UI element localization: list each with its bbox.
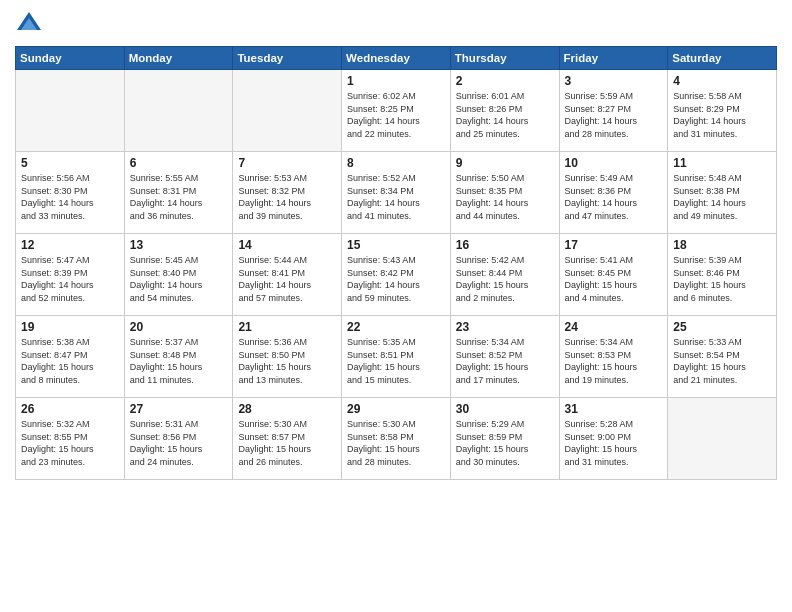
calendar-cell: 29Sunrise: 5:30 AM Sunset: 8:58 PM Dayli… — [342, 398, 451, 480]
calendar-cell: 9Sunrise: 5:50 AM Sunset: 8:35 PM Daylig… — [450, 152, 559, 234]
calendar-cell: 27Sunrise: 5:31 AM Sunset: 8:56 PM Dayli… — [124, 398, 233, 480]
day-number: 17 — [565, 238, 663, 252]
day-number: 25 — [673, 320, 771, 334]
day-number: 29 — [347, 402, 445, 416]
logo-icon — [15, 10, 43, 38]
logo — [15, 10, 47, 38]
day-info: Sunrise: 5:50 AM Sunset: 8:35 PM Dayligh… — [456, 172, 554, 222]
day-info: Sunrise: 5:41 AM Sunset: 8:45 PM Dayligh… — [565, 254, 663, 304]
calendar-header-monday: Monday — [124, 47, 233, 70]
day-number: 26 — [21, 402, 119, 416]
day-number: 23 — [456, 320, 554, 334]
calendar-week-row: 19Sunrise: 5:38 AM Sunset: 8:47 PM Dayli… — [16, 316, 777, 398]
calendar-cell — [16, 70, 125, 152]
day-info: Sunrise: 5:28 AM Sunset: 9:00 PM Dayligh… — [565, 418, 663, 468]
calendar-cell: 8Sunrise: 5:52 AM Sunset: 8:34 PM Daylig… — [342, 152, 451, 234]
calendar-cell: 5Sunrise: 5:56 AM Sunset: 8:30 PM Daylig… — [16, 152, 125, 234]
day-info: Sunrise: 5:35 AM Sunset: 8:51 PM Dayligh… — [347, 336, 445, 386]
day-info: Sunrise: 5:56 AM Sunset: 8:30 PM Dayligh… — [21, 172, 119, 222]
day-info: Sunrise: 5:58 AM Sunset: 8:29 PM Dayligh… — [673, 90, 771, 140]
day-number: 6 — [130, 156, 228, 170]
day-number: 13 — [130, 238, 228, 252]
day-info: Sunrise: 5:59 AM Sunset: 8:27 PM Dayligh… — [565, 90, 663, 140]
day-number: 19 — [21, 320, 119, 334]
calendar-cell: 3Sunrise: 5:59 AM Sunset: 8:27 PM Daylig… — [559, 70, 668, 152]
calendar-cell: 20Sunrise: 5:37 AM Sunset: 8:48 PM Dayli… — [124, 316, 233, 398]
day-number: 16 — [456, 238, 554, 252]
calendar-cell: 18Sunrise: 5:39 AM Sunset: 8:46 PM Dayli… — [668, 234, 777, 316]
calendar-cell: 7Sunrise: 5:53 AM Sunset: 8:32 PM Daylig… — [233, 152, 342, 234]
day-number: 21 — [238, 320, 336, 334]
calendar-cell: 4Sunrise: 5:58 AM Sunset: 8:29 PM Daylig… — [668, 70, 777, 152]
calendar-header-wednesday: Wednesday — [342, 47, 451, 70]
calendar-cell: 26Sunrise: 5:32 AM Sunset: 8:55 PM Dayli… — [16, 398, 125, 480]
calendar-cell: 24Sunrise: 5:34 AM Sunset: 8:53 PM Dayli… — [559, 316, 668, 398]
page: SundayMondayTuesdayWednesdayThursdayFrid… — [0, 0, 792, 612]
day-number: 30 — [456, 402, 554, 416]
day-info: Sunrise: 5:38 AM Sunset: 8:47 PM Dayligh… — [21, 336, 119, 386]
day-number: 28 — [238, 402, 336, 416]
calendar-cell: 15Sunrise: 5:43 AM Sunset: 8:42 PM Dayli… — [342, 234, 451, 316]
day-info: Sunrise: 5:55 AM Sunset: 8:31 PM Dayligh… — [130, 172, 228, 222]
calendar-cell: 30Sunrise: 5:29 AM Sunset: 8:59 PM Dayli… — [450, 398, 559, 480]
calendar-cell: 10Sunrise: 5:49 AM Sunset: 8:36 PM Dayli… — [559, 152, 668, 234]
calendar-week-row: 1Sunrise: 6:02 AM Sunset: 8:25 PM Daylig… — [16, 70, 777, 152]
calendar-cell: 23Sunrise: 5:34 AM Sunset: 8:52 PM Dayli… — [450, 316, 559, 398]
day-info: Sunrise: 5:43 AM Sunset: 8:42 PM Dayligh… — [347, 254, 445, 304]
calendar-cell: 17Sunrise: 5:41 AM Sunset: 8:45 PM Dayli… — [559, 234, 668, 316]
calendar-cell: 22Sunrise: 5:35 AM Sunset: 8:51 PM Dayli… — [342, 316, 451, 398]
day-number: 7 — [238, 156, 336, 170]
calendar-header-row: SundayMondayTuesdayWednesdayThursdayFrid… — [16, 47, 777, 70]
calendar-cell: 31Sunrise: 5:28 AM Sunset: 9:00 PM Dayli… — [559, 398, 668, 480]
day-number: 10 — [565, 156, 663, 170]
day-number: 1 — [347, 74, 445, 88]
calendar-cell: 16Sunrise: 5:42 AM Sunset: 8:44 PM Dayli… — [450, 234, 559, 316]
day-info: Sunrise: 5:48 AM Sunset: 8:38 PM Dayligh… — [673, 172, 771, 222]
day-number: 27 — [130, 402, 228, 416]
calendar-cell: 12Sunrise: 5:47 AM Sunset: 8:39 PM Dayli… — [16, 234, 125, 316]
calendar-cell: 25Sunrise: 5:33 AM Sunset: 8:54 PM Dayli… — [668, 316, 777, 398]
day-info: Sunrise: 5:36 AM Sunset: 8:50 PM Dayligh… — [238, 336, 336, 386]
day-info: Sunrise: 5:37 AM Sunset: 8:48 PM Dayligh… — [130, 336, 228, 386]
day-number: 22 — [347, 320, 445, 334]
day-info: Sunrise: 5:53 AM Sunset: 8:32 PM Dayligh… — [238, 172, 336, 222]
calendar-week-row: 26Sunrise: 5:32 AM Sunset: 8:55 PM Dayli… — [16, 398, 777, 480]
calendar-header-friday: Friday — [559, 47, 668, 70]
day-info: Sunrise: 5:30 AM Sunset: 8:57 PM Dayligh… — [238, 418, 336, 468]
calendar-cell: 1Sunrise: 6:02 AM Sunset: 8:25 PM Daylig… — [342, 70, 451, 152]
day-info: Sunrise: 5:47 AM Sunset: 8:39 PM Dayligh… — [21, 254, 119, 304]
day-info: Sunrise: 5:30 AM Sunset: 8:58 PM Dayligh… — [347, 418, 445, 468]
day-info: Sunrise: 5:52 AM Sunset: 8:34 PM Dayligh… — [347, 172, 445, 222]
calendar-cell: 2Sunrise: 6:01 AM Sunset: 8:26 PM Daylig… — [450, 70, 559, 152]
calendar-cell: 11Sunrise: 5:48 AM Sunset: 8:38 PM Dayli… — [668, 152, 777, 234]
day-number: 18 — [673, 238, 771, 252]
calendar-header-tuesday: Tuesday — [233, 47, 342, 70]
day-number: 24 — [565, 320, 663, 334]
day-info: Sunrise: 5:44 AM Sunset: 8:41 PM Dayligh… — [238, 254, 336, 304]
calendar-cell: 28Sunrise: 5:30 AM Sunset: 8:57 PM Dayli… — [233, 398, 342, 480]
calendar-week-row: 5Sunrise: 5:56 AM Sunset: 8:30 PM Daylig… — [16, 152, 777, 234]
calendar-cell: 19Sunrise: 5:38 AM Sunset: 8:47 PM Dayli… — [16, 316, 125, 398]
calendar-cell: 13Sunrise: 5:45 AM Sunset: 8:40 PM Dayli… — [124, 234, 233, 316]
day-number: 3 — [565, 74, 663, 88]
day-number: 12 — [21, 238, 119, 252]
day-number: 31 — [565, 402, 663, 416]
day-info: Sunrise: 6:01 AM Sunset: 8:26 PM Dayligh… — [456, 90, 554, 140]
day-number: 8 — [347, 156, 445, 170]
day-info: Sunrise: 5:42 AM Sunset: 8:44 PM Dayligh… — [456, 254, 554, 304]
day-info: Sunrise: 5:45 AM Sunset: 8:40 PM Dayligh… — [130, 254, 228, 304]
calendar-cell — [124, 70, 233, 152]
day-info: Sunrise: 5:49 AM Sunset: 8:36 PM Dayligh… — [565, 172, 663, 222]
day-number: 15 — [347, 238, 445, 252]
day-info: Sunrise: 5:33 AM Sunset: 8:54 PM Dayligh… — [673, 336, 771, 386]
calendar-cell — [668, 398, 777, 480]
calendar-cell: 14Sunrise: 5:44 AM Sunset: 8:41 PM Dayli… — [233, 234, 342, 316]
day-number: 5 — [21, 156, 119, 170]
calendar: SundayMondayTuesdayWednesdayThursdayFrid… — [15, 46, 777, 480]
calendar-cell: 21Sunrise: 5:36 AM Sunset: 8:50 PM Dayli… — [233, 316, 342, 398]
day-info: Sunrise: 5:29 AM Sunset: 8:59 PM Dayligh… — [456, 418, 554, 468]
day-info: Sunrise: 5:32 AM Sunset: 8:55 PM Dayligh… — [21, 418, 119, 468]
day-info: Sunrise: 5:31 AM Sunset: 8:56 PM Dayligh… — [130, 418, 228, 468]
day-number: 11 — [673, 156, 771, 170]
day-number: 9 — [456, 156, 554, 170]
